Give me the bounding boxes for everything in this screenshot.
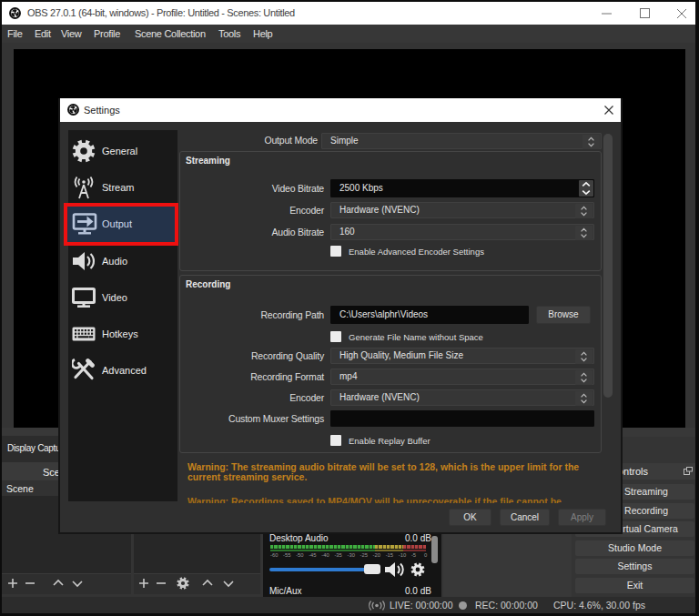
svg-text:-25: -25 (360, 552, 368, 558)
svg-text:-40: -40 (321, 552, 329, 558)
svg-text:-10: -10 (399, 552, 406, 558)
svg-text:-50: -50 (296, 552, 303, 558)
svg-text:-60: -60 (270, 552, 278, 558)
svg-text:-30: -30 (348, 552, 355, 558)
svg-text:-20: -20 (373, 552, 380, 558)
svg-text:-45: -45 (309, 552, 316, 558)
svg-text:-15: -15 (386, 552, 393, 558)
svg-text:-35: -35 (334, 552, 341, 558)
svg-text:0: 0 (424, 552, 427, 558)
svg-text:-55: -55 (283, 552, 290, 558)
svg-text:-5: -5 (411, 552, 416, 558)
